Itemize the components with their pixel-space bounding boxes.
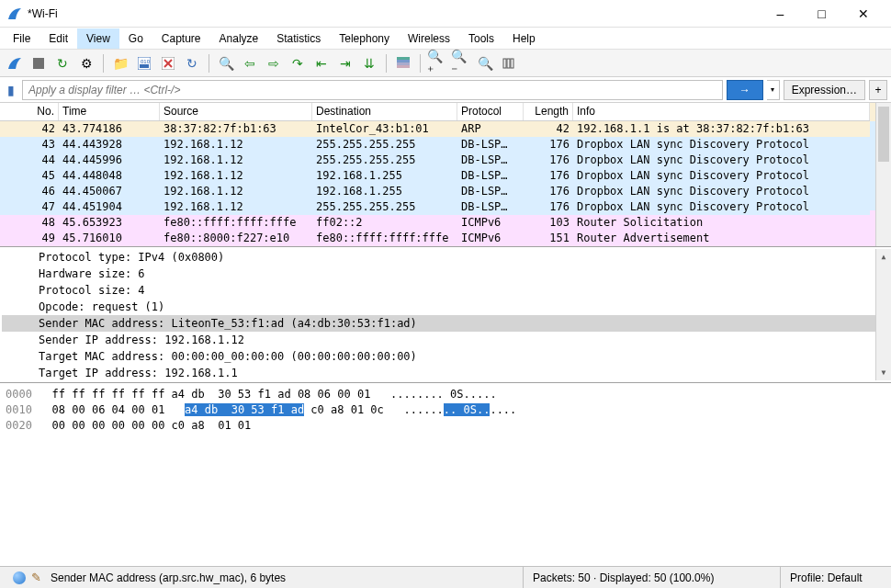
packet-row[interactable]: 4845.653923fe80::ffff:ffff:fffeff02::2IC… bbox=[0, 215, 870, 231]
close-button[interactable]: ✕ bbox=[842, 1, 884, 27]
col-header-length[interactable]: Length bbox=[524, 103, 573, 120]
packet-row[interactable]: 4744.451904192.168.1.12255.255.255.255DB… bbox=[0, 199, 870, 215]
details-row[interactable]: Protocol type: IPv4 (0x0800) bbox=[2, 249, 875, 266]
go-forward-button[interactable]: ⇨ bbox=[263, 52, 285, 74]
apply-filter-button[interactable]: → bbox=[727, 80, 763, 100]
window-title: *Wi-Fi bbox=[28, 7, 760, 20]
menu-analyze[interactable]: Analyze bbox=[210, 28, 268, 49]
filter-bookmark-icon[interactable]: ▮ bbox=[4, 81, 18, 99]
status-profile-label[interactable]: Profile: Default bbox=[790, 571, 863, 584]
autoscroll-button[interactable]: ⇊ bbox=[358, 52, 380, 74]
svg-rect-8 bbox=[397, 60, 410, 62]
col-header-info[interactable]: Info bbox=[573, 103, 870, 120]
details-row[interactable]: Target IP address: 192.168.1.1 bbox=[2, 365, 875, 380]
wireshark-fin-icon bbox=[7, 6, 22, 21]
menu-telephony[interactable]: Telephony bbox=[330, 28, 399, 49]
menu-bar: File Edit View Go Capture Analyze Statis… bbox=[0, 28, 891, 50]
menu-go[interactable]: Go bbox=[119, 28, 152, 49]
col-header-no[interactable]: No. bbox=[0, 103, 59, 120]
expert-info-icon[interactable] bbox=[13, 571, 26, 584]
hex-row[interactable]: 0000 ff ff ff ff ff ff a4 db 30 53 f1 ad… bbox=[6, 387, 885, 402]
last-packet-button[interactable]: ⇥ bbox=[334, 52, 356, 74]
display-filter-bar: ▮ → ▾ Expression… + bbox=[0, 77, 891, 103]
svg-text:010: 010 bbox=[141, 59, 151, 64]
reload-file-button[interactable]: ↻ bbox=[181, 52, 203, 74]
save-file-button[interactable]: 010 bbox=[133, 52, 155, 74]
packet-list-scrollbar[interactable] bbox=[875, 103, 891, 246]
col-header-time[interactable]: Time bbox=[59, 103, 160, 120]
filter-history-dropdown[interactable]: ▾ bbox=[767, 80, 780, 100]
svg-rect-0 bbox=[33, 58, 44, 69]
zoom-reset-button[interactable]: 🔍 bbox=[474, 52, 496, 74]
menu-wireless[interactable]: Wireless bbox=[399, 28, 459, 49]
packet-list-header[interactable]: No. Time Source Destination Protocol Len… bbox=[0, 103, 870, 121]
packet-list-pane[interactable]: No. Time Source Destination Protocol Len… bbox=[0, 103, 891, 246]
menu-help[interactable]: Help bbox=[503, 28, 545, 49]
colorize-button[interactable] bbox=[392, 52, 414, 74]
title-bar: *Wi-Fi – □ ✕ bbox=[0, 0, 891, 28]
packet-row[interactable]: 4544.448048192.168.1.12192.168.1.255DB-L… bbox=[0, 168, 870, 184]
hex-row[interactable]: 0010 08 00 06 04 00 01 a4 db 30 53 f1 ad… bbox=[6, 402, 885, 418]
stop-capture-button[interactable] bbox=[28, 52, 50, 74]
svg-rect-10 bbox=[397, 65, 410, 68]
go-back-button[interactable]: ⇦ bbox=[239, 52, 261, 74]
main-toolbar: ↻ ⚙ 📁 010 ↻ 🔍 ⇦ ⇨ ↷ ⇤ ⇥ ⇊ 🔍⁺ 🔍⁻ 🔍 bbox=[0, 50, 891, 77]
packet-row[interactable]: 4344.443928192.168.1.12255.255.255.255DB… bbox=[0, 137, 870, 153]
zoom-in-button[interactable]: 🔍⁺ bbox=[426, 52, 448, 74]
details-row[interactable]: Target MAC address: 00:00:00_00:00:00 (0… bbox=[2, 348, 875, 365]
capture-options-button[interactable]: ⚙ bbox=[75, 52, 97, 74]
details-row[interactable]: Sender IP address: 192.168.1.12 bbox=[2, 332, 875, 348]
details-row[interactable]: Opcode: request (1) bbox=[2, 299, 875, 315]
col-header-destination[interactable]: Destination bbox=[312, 103, 457, 120]
svg-rect-13 bbox=[511, 59, 513, 68]
svg-rect-9 bbox=[397, 62, 410, 65]
menu-file[interactable]: File bbox=[4, 28, 39, 49]
details-scrollbar[interactable]: ▲▼ bbox=[875, 249, 891, 380]
details-row[interactable]: Protocol size: 4 bbox=[2, 282, 875, 299]
details-row[interactable]: Sender MAC address: LiteonTe_53:f1:ad (a… bbox=[2, 315, 875, 332]
find-packet-button[interactable]: 🔍 bbox=[215, 52, 237, 74]
close-file-button[interactable] bbox=[157, 52, 179, 74]
expression-button[interactable]: Expression… bbox=[784, 80, 865, 100]
svg-rect-7 bbox=[397, 57, 410, 60]
add-filter-button[interactable]: + bbox=[869, 80, 887, 100]
packet-bytes-pane[interactable]: 0000 ff ff ff ff ff ff a4 db 30 53 f1 ad… bbox=[0, 382, 891, 566]
col-header-protocol[interactable]: Protocol bbox=[457, 103, 524, 120]
edit-capture-comment-icon[interactable]: ✎ bbox=[31, 571, 41, 584]
goto-packet-button[interactable]: ↷ bbox=[287, 52, 309, 74]
details-row[interactable]: Hardware size: 6 bbox=[2, 266, 875, 282]
packet-row[interactable]: 4444.445996192.168.1.12255.255.255.255DB… bbox=[0, 153, 870, 168]
packet-details-pane[interactable]: Protocol type: IPv4 (0x0800)Hardware siz… bbox=[0, 246, 891, 382]
menu-capture[interactable]: Capture bbox=[152, 28, 210, 49]
svg-rect-11 bbox=[503, 59, 506, 68]
first-packet-button[interactable]: ⇤ bbox=[310, 52, 333, 74]
packet-row[interactable]: 4243.77418638:37:82:7f:b1:63IntelCor_43:… bbox=[0, 121, 870, 137]
menu-edit[interactable]: Edit bbox=[39, 28, 77, 49]
zoom-out-button[interactable]: 🔍⁻ bbox=[450, 52, 472, 74]
packet-row[interactable]: 4945.716010fe80::8000:f227:e10fe80::ffff… bbox=[0, 231, 870, 246]
col-header-source[interactable]: Source bbox=[160, 103, 312, 120]
open-file-button[interactable]: 📁 bbox=[109, 52, 131, 74]
svg-rect-12 bbox=[507, 59, 510, 68]
svg-rect-2 bbox=[140, 64, 149, 68]
status-bar: ✎ Sender MAC address (arp.src.hw_mac), 6… bbox=[0, 566, 891, 588]
menu-view[interactable]: View bbox=[77, 28, 119, 49]
display-filter-input[interactable] bbox=[22, 80, 723, 100]
status-packets-label: Packets: 50 · Displayed: 50 (100.0%) bbox=[533, 571, 714, 584]
packet-row[interactable]: 4644.450067192.168.1.12192.168.1.255DB-L… bbox=[0, 184, 870, 199]
menu-tools[interactable]: Tools bbox=[459, 28, 503, 49]
menu-statistics[interactable]: Statistics bbox=[267, 28, 330, 49]
status-field-label: Sender MAC address (arp.src.hw_mac), 6 b… bbox=[51, 571, 286, 584]
hex-row[interactable]: 0020 00 00 00 00 00 00 c0 a8 01 01 bbox=[6, 418, 885, 434]
start-capture-button[interactable] bbox=[4, 52, 26, 74]
resize-columns-button[interactable] bbox=[498, 52, 520, 74]
restart-capture-button[interactable]: ↻ bbox=[51, 52, 73, 74]
minimize-button[interactable]: – bbox=[760, 1, 801, 27]
maximize-button[interactable]: □ bbox=[801, 1, 842, 27]
